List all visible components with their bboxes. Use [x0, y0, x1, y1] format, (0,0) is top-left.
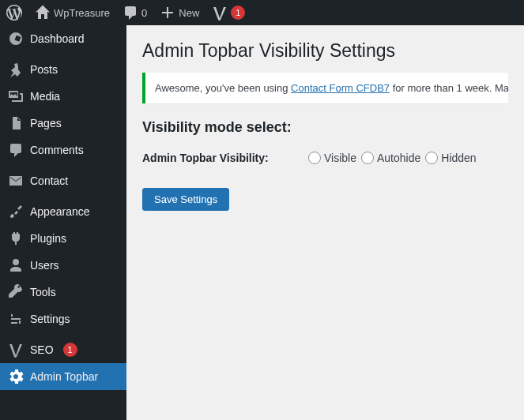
sidebar-item-label: Settings	[30, 313, 70, 325]
pin-icon	[8, 62, 24, 77]
section-title: Visibility mode select:	[142, 119, 508, 136]
plugin-icon	[8, 231, 24, 246]
sidebar-item-admin-topbar[interactable]: Admin Topbar	[0, 363, 126, 390]
sidebar-item-label: Users	[30, 259, 59, 272]
radio-option-visible[interactable]: Visible	[308, 152, 356, 164]
sidebar-item-seo[interactable]: SEO 1	[0, 336, 126, 363]
sidebar-item-dashboard[interactable]: Dashboard	[0, 25, 126, 52]
admin-sidebar: Dashboard Posts Media Pages Comments Con…	[0, 25, 126, 420]
visibility-radio-group: Visible Autohide Hidden	[308, 152, 477, 164]
radio-label: Visible	[324, 152, 356, 164]
wordpress-icon	[6, 5, 22, 21]
dashboard-icon	[8, 31, 24, 47]
alert-badge: 1	[231, 6, 245, 20]
wrench-icon	[8, 284, 24, 300]
yoast-icon	[212, 5, 228, 21]
user-icon	[8, 257, 24, 273]
sidebar-item-posts[interactable]: Posts	[0, 56, 126, 83]
sidebar-item-label: Admin Topbar	[30, 370, 98, 383]
site-link[interactable]: WpTreasure	[28, 0, 116, 25]
radio-icon	[361, 152, 374, 164]
radio-option-autohide[interactable]: Autohide	[361, 152, 420, 164]
sidebar-item-users[interactable]: Users	[0, 252, 126, 279]
site-name: WpTreasure	[54, 7, 110, 19]
new-label: New	[179, 7, 199, 19]
sidebar-item-plugins[interactable]: Plugins	[0, 225, 126, 252]
seo-alert[interactable]: 1	[205, 0, 251, 25]
media-icon	[8, 88, 24, 104]
page-icon	[8, 115, 24, 131]
sidebar-item-pages[interactable]: Pages	[0, 110, 126, 137]
field-label: Admin Topbar Visibility:	[142, 152, 269, 164]
radio-label: Autohide	[377, 152, 420, 164]
plus-icon	[160, 5, 175, 21]
comment-icon	[123, 5, 138, 21]
wp-logo[interactable]	[0, 0, 28, 25]
seo-badge: 1	[63, 343, 77, 357]
sidebar-item-tools[interactable]: Tools	[0, 279, 126, 306]
sidebar-item-label: Comments	[30, 144, 84, 156]
brush-icon	[8, 204, 24, 219]
sidebar-item-appearance[interactable]: Appearance	[0, 198, 126, 225]
new-content[interactable]: New	[153, 0, 205, 25]
sidebar-item-label: Media	[30, 90, 60, 103]
notice-text-pre: Awesome, you've been using	[155, 82, 291, 94]
radio-option-hidden[interactable]: Hidden	[425, 152, 476, 164]
page-title: Admin Topbar Visibility Settings	[142, 33, 508, 65]
yoast-icon	[8, 342, 24, 358]
sidebar-item-label: SEO	[30, 343, 54, 356]
notice-text-post: for more than 1 week. May we a	[390, 82, 508, 94]
comment-icon	[8, 142, 24, 158]
gear-icon	[8, 369, 24, 384]
radio-icon	[425, 152, 438, 164]
sidebar-item-label: Pages	[30, 117, 62, 129]
radio-icon	[308, 152, 321, 164]
sidebar-item-label: Appearance	[30, 205, 90, 218]
adminbar: WpTreasure 0 New 1	[0, 0, 524, 25]
radio-label: Hidden	[441, 152, 476, 164]
content-area: Admin Topbar Visibility Settings Awesome…	[126, 25, 524, 227]
sidebar-item-label: Posts	[30, 63, 58, 76]
visibility-field-row: Admin Topbar Visibility: Visible Autohid…	[142, 152, 508, 164]
sidebar-item-media[interactable]: Media	[0, 83, 126, 110]
sidebar-item-label: Contact	[30, 174, 68, 187]
success-notice: Awesome, you've been using Contact Form …	[142, 73, 508, 103]
home-icon	[35, 5, 51, 21]
save-button[interactable]: Save Settings	[142, 188, 229, 211]
comments-count: 0	[141, 7, 147, 19]
mail-icon	[8, 173, 24, 189]
sidebar-item-label: Plugins	[30, 232, 66, 245]
sidebar-item-settings[interactable]: Settings	[0, 306, 126, 332]
sidebar-item-comments[interactable]: Comments	[0, 137, 126, 163]
notice-link[interactable]: Contact Form CFDB7	[291, 82, 390, 94]
sliders-icon	[8, 311, 24, 327]
sidebar-item-contact[interactable]: Contact	[0, 167, 126, 194]
sidebar-item-label: Tools	[30, 286, 56, 298]
sidebar-item-label: Dashboard	[30, 32, 85, 45]
comments-link[interactable]: 0	[116, 0, 153, 25]
